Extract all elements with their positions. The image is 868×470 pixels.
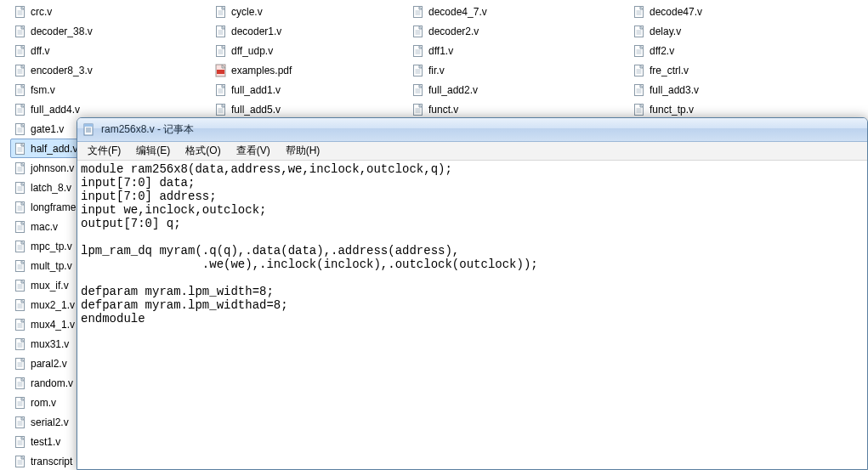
text-file-icon — [411, 44, 425, 58]
file-item[interactable]: dff_udp.v — [211, 41, 408, 60]
file-item[interactable]: dff.v — [10, 41, 211, 60]
text-file-icon — [14, 357, 27, 371]
file-label: delay.v — [650, 25, 681, 37]
text-file-icon — [214, 44, 228, 58]
file-label: fir.v — [428, 65, 445, 76]
text-file-icon — [14, 396, 27, 410]
text-file-icon — [14, 259, 27, 273]
file-label: paral2.v — [31, 358, 67, 370]
file-item[interactable]: crc.v — [10, 2, 211, 21]
menu-edit[interactable]: 编辑(E) — [129, 142, 177, 160]
text-file-icon — [411, 5, 425, 19]
file-label: decode4_7.v — [428, 6, 487, 18]
file-item[interactable]: fir.v — [408, 60, 629, 80]
svg-rect-54 — [217, 70, 224, 74]
file-label: transcript — [31, 456, 72, 467]
file-item[interactable]: funct_tp.v — [629, 99, 850, 119]
file-item[interactable]: dff1.v — [408, 41, 629, 60]
menu-format[interactable]: 格式(O) — [179, 142, 227, 160]
file-item[interactable]: decoder1.v — [211, 21, 408, 41]
file-label: full_add3.v — [650, 84, 699, 96]
file-item[interactable]: decode4_7.v — [408, 2, 629, 21]
file-label: gate1.v — [31, 123, 64, 135]
file-label: mux31.v — [31, 338, 69, 350]
file-label: mac.v — [31, 221, 58, 233]
menu-view[interactable]: 查看(V) — [230, 142, 277, 160]
file-item[interactable]: decoder2.v — [408, 21, 629, 41]
text-file-icon — [14, 122, 27, 136]
notepad-window: ram256x8.v - 记事本 文件(F) 编辑(E) 格式(O) 查看(V)… — [77, 117, 868, 470]
file-item[interactable]: decoder_38.v — [10, 21, 211, 41]
file-label: mux_if.v — [31, 280, 69, 292]
text-file-icon — [411, 25, 425, 38]
file-label: funct_tp.v — [650, 104, 694, 116]
notepad-textarea[interactable]: module ram256x8(data,address,we,inclock,… — [77, 161, 867, 469]
text-file-icon — [214, 83, 228, 97]
notepad-title: ram256x8.v - 记事本 — [101, 122, 194, 137]
menu-file[interactable]: 文件(F) — [81, 142, 128, 160]
file-item[interactable]: delay.v — [629, 21, 850, 41]
file-item[interactable]: full_add2.v — [408, 80, 629, 99]
file-label: decoder_38.v — [31, 25, 93, 37]
text-file-icon — [14, 220, 27, 234]
notepad-titlebar[interactable]: ram256x8.v - 记事本 — [77, 118, 867, 142]
pdf-file-icon — [214, 64, 228, 77]
text-file-icon — [14, 201, 27, 214]
notepad-app-icon — [82, 123, 96, 137]
file-label: mult_tp.v — [31, 260, 72, 272]
file-item[interactable]: encoder8_3.v — [10, 60, 211, 80]
file-item[interactable]: cycle.v — [211, 2, 408, 21]
file-label: rom.v — [31, 397, 56, 409]
file-label: random.v — [31, 377, 73, 389]
text-file-icon — [14, 279, 27, 292]
file-item[interactable]: decode47.v — [629, 2, 850, 21]
text-file-icon — [14, 240, 27, 253]
file-item[interactable]: full_add4.v — [10, 99, 211, 119]
file-label: fre_ctrl.v — [650, 65, 689, 76]
file-label: crc.v — [31, 6, 52, 18]
file-item[interactable]: funct.v — [408, 99, 629, 119]
file-item[interactable]: examples.pdf — [211, 60, 408, 80]
svg-rect-168 — [84, 124, 93, 127]
text-file-icon — [633, 25, 646, 38]
text-file-icon — [14, 142, 27, 156]
file-row: dff.vdff_udp.vdff1.vdff2.v — [10, 41, 868, 60]
file-label: cycle.v — [231, 6, 263, 18]
file-item[interactable]: full_add5.v — [211, 99, 408, 119]
file-row: decoder_38.vdecoder1.vdecoder2.vdelay.v — [10, 21, 868, 41]
file-label: full_add1.v — [231, 84, 281, 96]
text-file-icon — [14, 337, 27, 351]
file-label: full_add2.v — [428, 84, 478, 96]
file-label: test1.v — [31, 436, 60, 448]
file-label: encoder8_3.v — [31, 65, 93, 76]
text-file-icon — [14, 455, 27, 468]
text-file-icon — [411, 103, 425, 116]
file-item[interactable]: fre_ctrl.v — [629, 60, 850, 80]
text-file-icon — [411, 64, 425, 77]
file-row: crc.vcycle.vdecode4_7.vdecode47.v — [10, 2, 868, 21]
notepad-menubar: 文件(F) 编辑(E) 格式(O) 查看(V) 帮助(H) — [77, 142, 867, 161]
menu-help[interactable]: 帮助(H) — [279, 142, 327, 160]
text-file-icon — [14, 181, 27, 195]
text-file-icon — [214, 25, 228, 38]
text-file-icon — [633, 103, 646, 116]
file-item[interactable]: full_add3.v — [629, 80, 850, 99]
file-label: serial2.v — [31, 416, 69, 428]
file-label: johnson.v — [31, 162, 74, 174]
file-label: latch_8.v — [31, 182, 71, 194]
file-item[interactable]: full_add1.v — [211, 80, 408, 99]
file-label: dff1.v — [428, 45, 453, 57]
file-label: decoder2.v — [428, 25, 479, 37]
text-file-icon — [14, 435, 27, 449]
text-file-icon — [214, 103, 228, 116]
text-file-icon — [14, 64, 27, 77]
text-file-icon — [633, 64, 646, 77]
file-label: funct.v — [428, 104, 458, 116]
file-label: full_add4.v — [31, 104, 80, 116]
file-item[interactable]: fsm.v — [10, 80, 211, 99]
text-file-icon — [14, 5, 27, 19]
file-item[interactable]: dff2.v — [629, 41, 850, 60]
file-label: mux4_1.v — [31, 319, 75, 331]
file-label: fsm.v — [31, 84, 55, 96]
text-file-icon — [633, 83, 646, 97]
